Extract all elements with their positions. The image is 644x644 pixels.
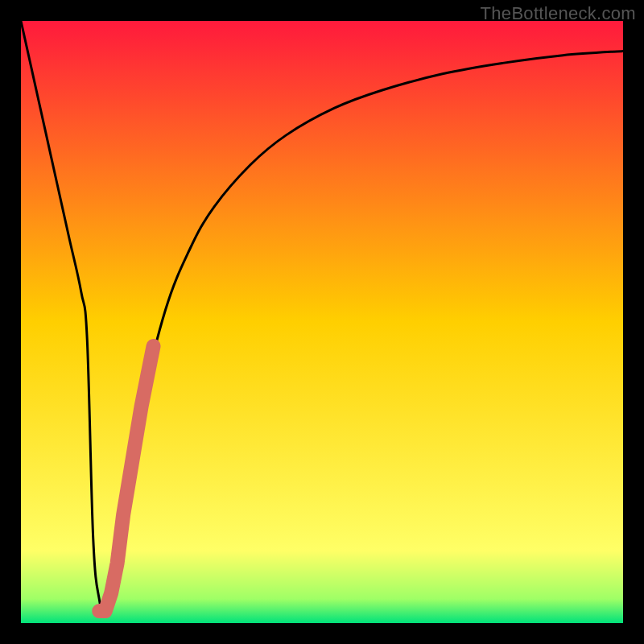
gradient-background [21, 21, 623, 623]
plot-svg [21, 21, 623, 623]
plot-area [21, 21, 623, 623]
chart-frame: TheBottleneck.com [0, 0, 644, 644]
